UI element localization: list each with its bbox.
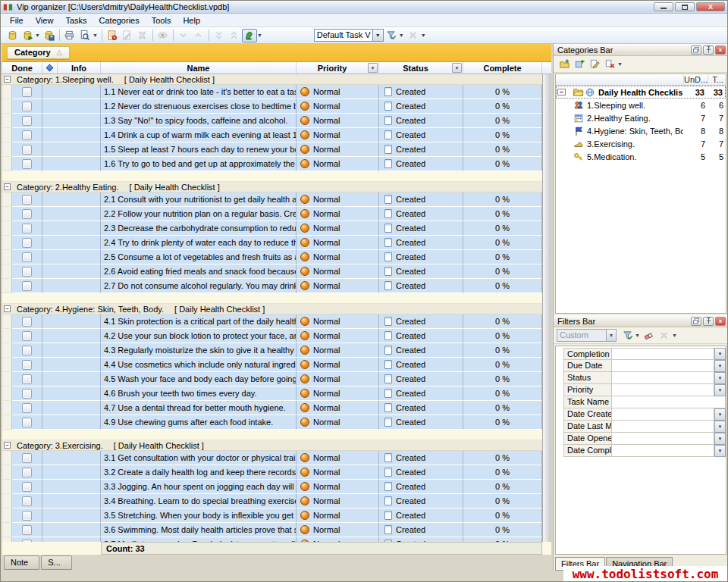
open-database-dropdown-icon[interactable]: ▼ (35, 33, 40, 38)
task-checkbox[interactable] (22, 346, 32, 355)
task-checkbox[interactable] (22, 87, 32, 97)
task-view-dropdown[interactable]: ▼ (373, 29, 384, 42)
task-checkbox[interactable] (22, 374, 32, 384)
new-database-button[interactable] (5, 29, 20, 42)
tab-note[interactable]: Note (4, 555, 39, 570)
task-row[interactable]: 1.2 Never do strenuous exercises close t… (2, 99, 551, 114)
task-checkbox[interactable] (22, 267, 32, 277)
collapse-group-icon[interactable]: − (4, 305, 11, 312)
collapse-group-icon[interactable]: − (4, 76, 11, 83)
column-header-total[interactable]: T... (708, 75, 726, 84)
task-row[interactable]: 1.1 Never eat or drink too late - it's b… (2, 85, 551, 99)
task-checkbox[interactable] (22, 102, 32, 111)
task-checkbox[interactable] (22, 511, 32, 521)
new-task-button[interactable] (105, 29, 120, 42)
filter-dropdown-button[interactable]: ▼ (714, 421, 726, 433)
category-group-header[interactable]: −Category: 1.Sleeping well.[ Daily Healt… (2, 74, 551, 85)
tree-item-5-medication-[interactable]: 5.Medication.55 (556, 150, 726, 163)
add-category-button[interactable] (572, 58, 587, 71)
task-row[interactable]: 3.3 Jogging. An hour spent on jogging ea… (2, 480, 551, 494)
column-header-complete[interactable]: Complete (463, 62, 542, 74)
task-checkbox[interactable] (22, 159, 32, 169)
filter-value[interactable] (612, 372, 714, 384)
column-header-info[interactable]: Info (58, 62, 101, 74)
task-row[interactable]: 1.3 Say "No!" to spicy foods, caffeine a… (2, 114, 551, 128)
filter-dropdown-button[interactable]: ▼ (714, 408, 726, 421)
filter-value[interactable] (612, 433, 714, 445)
filter-preset-combo[interactable]: Custom ▼ (557, 329, 617, 342)
tree-item-2-healthy-eating-[interactable]: 2.Healthy Eating.77 (556, 111, 726, 124)
menu-file[interactable]: File (4, 14, 30, 27)
column-header-priority[interactable]: Priority▼ (297, 62, 379, 74)
task-checkbox[interactable] (22, 331, 32, 341)
task-checkbox[interactable] (22, 281, 32, 291)
task-checkbox[interactable] (22, 145, 32, 155)
task-row[interactable]: 4.1 Skin protection is a critical part o… (2, 314, 551, 329)
menu-tasks[interactable]: Tasks (59, 14, 93, 27)
task-view-combo[interactable]: Default Task V▼ (314, 29, 384, 42)
maximize-button[interactable] (675, 2, 695, 11)
filter-dropdown-button[interactable]: ▼ (714, 445, 726, 457)
delete-category-button[interactable] (602, 58, 617, 71)
tree-item-3-exercising-[interactable]: 3.Exercising.77 (556, 137, 726, 150)
task-checkbox[interactable] (22, 252, 32, 262)
task-row[interactable]: 2.1 Consult with your nutritionist to ge… (2, 192, 551, 207)
column-header-name[interactable]: Name (101, 62, 297, 74)
category-group-header[interactable]: −Category: 3.Exercising.[ Daily Health C… (2, 440, 551, 451)
column-header-undone[interactable]: UnD... (683, 75, 708, 84)
group-by-category-chip[interactable]: Category △ (7, 46, 70, 59)
task-checkbox[interactable] (22, 403, 32, 413)
category-group-header[interactable]: −Category: 2.Healthy Eating.[ Daily Heal… (2, 182, 551, 192)
minimize-button[interactable] (654, 2, 673, 11)
task-checkbox[interactable] (22, 130, 32, 140)
panel-close-button[interactable]: x (715, 45, 726, 55)
add-list-button[interactable] (557, 58, 572, 71)
print-preview-dropdown-icon[interactable]: ▼ (93, 33, 98, 38)
task-checkbox[interactable] (22, 238, 32, 248)
task-checkbox[interactable] (22, 195, 32, 205)
tree-item-daily-health-checklist[interactable]: −Daily Health Checklist3333 (556, 86, 726, 99)
column-header-status[interactable]: Status▼ (379, 62, 463, 74)
task-checkbox[interactable] (22, 496, 32, 506)
task-row[interactable]: 2.3 Decrease the carbohydrate consumptio… (2, 221, 551, 236)
filter-dropdown-button[interactable]: ▼ (714, 360, 726, 372)
filter-value[interactable] (612, 348, 714, 360)
collapse-group-icon[interactable]: − (4, 183, 11, 190)
filter-value[interactable] (612, 421, 714, 433)
task-row[interactable]: 4.7 Use a dental thread for better mouth… (2, 401, 551, 415)
task-row[interactable]: 4.4 Use cosmetics which include only nat… (2, 358, 551, 372)
task-checkbox[interactable] (22, 468, 32, 477)
task-row[interactable]: 3.1 Get consultation with your doctor or… (2, 451, 551, 465)
task-checkbox[interactable] (22, 209, 32, 219)
close-button[interactable]: X (696, 2, 725, 11)
view-mode-button[interactable] (242, 29, 257, 42)
print-preview-button[interactable] (77, 29, 93, 42)
filter-value[interactable] (612, 408, 714, 421)
menu-tools[interactable]: Tools (146, 14, 177, 27)
edit-category-button[interactable] (587, 58, 602, 71)
tab-s[interactable]: S... (41, 555, 72, 570)
print-button[interactable] (62, 29, 77, 42)
filter-value[interactable] (612, 445, 714, 457)
open-database-button[interactable] (20, 29, 35, 42)
column-header-done[interactable]: Done (2, 62, 42, 74)
panel-restore-button[interactable] (691, 317, 701, 326)
menu-help[interactable]: Help (177, 14, 206, 27)
task-row[interactable]: 3.2 Create a daily health log and keep t… (2, 465, 551, 480)
task-checkbox[interactable] (22, 453, 32, 463)
remove-filter-dropdown-icon[interactable]: ▼ (421, 33, 426, 38)
save-database-button[interactable] (42, 29, 57, 42)
menu-view[interactable]: View (30, 14, 60, 27)
status-filter-dropdown[interactable]: ▼ (452, 63, 462, 73)
filter-preset-dropdown[interactable]: ▼ (607, 329, 617, 342)
task-checkbox[interactable] (22, 224, 32, 233)
task-row[interactable]: 2.6 Avoid eating fried meals and snack f… (2, 264, 551, 279)
panel-restore-button[interactable] (691, 45, 701, 55)
delete-category-dropdown-icon[interactable]: ▼ (617, 61, 623, 67)
task-row[interactable]: 2.7 Do not consume alcohol regularly. Yo… (2, 279, 551, 293)
task-checkbox[interactable] (22, 525, 32, 535)
filter-value[interactable] (612, 360, 714, 372)
task-row[interactable]: 1.6 Try to go to bed and get up at appro… (2, 157, 551, 171)
task-row[interactable]: 3.6 Swimming. Most daily health articles… (2, 523, 551, 537)
menu-categories[interactable]: Categories (93, 14, 146, 27)
